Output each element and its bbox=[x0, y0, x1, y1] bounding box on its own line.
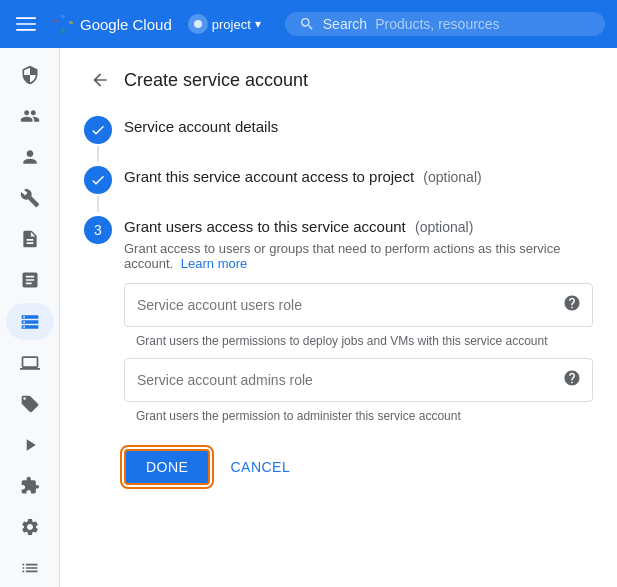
chevron-down-icon: ▾ bbox=[255, 17, 261, 31]
step-1-content: Service account details bbox=[124, 116, 593, 162]
step-2-title: Grant this service account access to pro… bbox=[124, 168, 593, 185]
step-1: Service account details bbox=[84, 116, 593, 162]
sidebar-item-settings[interactable] bbox=[6, 509, 54, 546]
buttons-row: DONE CANCEL bbox=[124, 449, 593, 485]
search-icon bbox=[299, 16, 315, 32]
users-role-help-icon[interactable] bbox=[563, 294, 581, 316]
users-role-wrapper bbox=[124, 283, 593, 327]
step-3-circle: 3 bbox=[84, 216, 112, 244]
step-3-title: Grant users access to this service accou… bbox=[124, 218, 593, 235]
project-selector[interactable]: project ▾ bbox=[188, 14, 261, 34]
svg-point-3 bbox=[194, 20, 202, 28]
sidebar bbox=[0, 48, 60, 587]
project-label: project bbox=[212, 17, 251, 32]
sidebar-item-iam[interactable] bbox=[6, 97, 54, 134]
sidebar-item-storage[interactable] bbox=[6, 303, 54, 340]
done-button[interactable]: DONE bbox=[124, 449, 210, 485]
page-header: Create service account bbox=[84, 64, 593, 96]
sidebar-item-compute[interactable] bbox=[6, 344, 54, 381]
logo-text: Google Cloud bbox=[80, 16, 172, 33]
step-1-line bbox=[97, 146, 99, 162]
sidebar-item-security[interactable] bbox=[6, 56, 54, 93]
step-3-content: Grant users access to this service accou… bbox=[124, 216, 593, 485]
back-button[interactable] bbox=[84, 64, 116, 96]
step-3-description: Grant access to users or groups that nee… bbox=[124, 241, 593, 271]
topbar: Google Cloud project ▾ Search Products, … bbox=[0, 0, 617, 48]
sidebar-item-tools[interactable] bbox=[6, 179, 54, 216]
sidebar-item-logs[interactable] bbox=[6, 221, 54, 258]
svg-rect-1 bbox=[16, 23, 36, 25]
step-1-indicator bbox=[84, 116, 112, 162]
sidebar-item-more[interactable] bbox=[6, 426, 54, 463]
search-label: Search bbox=[323, 16, 367, 32]
step-3-indicator: 3 bbox=[84, 216, 112, 485]
menu-icon[interactable] bbox=[12, 10, 40, 38]
step-3-optional: (optional) bbox=[415, 219, 473, 235]
step-1-title: Service account details bbox=[124, 118, 593, 135]
step-2-line bbox=[97, 196, 99, 212]
project-icon bbox=[188, 14, 208, 34]
step-1-circle bbox=[84, 116, 112, 144]
sidebar-item-account[interactable] bbox=[6, 138, 54, 175]
admins-role-input[interactable] bbox=[124, 358, 593, 402]
step-3: 3 Grant users access to this service acc… bbox=[84, 216, 593, 485]
cancel-button[interactable]: CANCEL bbox=[222, 451, 298, 483]
sidebar-item-extensions[interactable] bbox=[6, 468, 54, 505]
admins-role-help-icon[interactable] bbox=[563, 369, 581, 391]
users-role-input[interactable] bbox=[124, 283, 593, 327]
users-role-hint: Grant users the permissions to deploy jo… bbox=[124, 331, 593, 358]
learn-more-link[interactable]: Learn more bbox=[181, 256, 247, 271]
svg-rect-0 bbox=[16, 17, 36, 19]
google-cloud-logo-icon bbox=[52, 13, 74, 35]
svg-rect-2 bbox=[16, 29, 36, 31]
search-bar[interactable]: Search Products, resources bbox=[285, 12, 605, 36]
google-cloud-logo: Google Cloud bbox=[52, 13, 172, 35]
step-2-indicator bbox=[84, 166, 112, 212]
step-2-optional: (optional) bbox=[423, 169, 481, 185]
sidebar-item-list[interactable] bbox=[6, 550, 54, 587]
sidebar-item-tags[interactable] bbox=[6, 385, 54, 422]
step-2-circle bbox=[84, 166, 112, 194]
admins-role-wrapper bbox=[124, 358, 593, 402]
step-2: Grant this service account access to pro… bbox=[84, 166, 593, 212]
sidebar-item-doc[interactable] bbox=[6, 262, 54, 299]
search-suffix: Products, resources bbox=[375, 16, 500, 32]
admins-role-hint: Grant users the permission to administer… bbox=[124, 406, 593, 433]
page-title: Create service account bbox=[124, 70, 308, 91]
main-content: Create service account Service account d… bbox=[60, 48, 617, 587]
step-2-content: Grant this service account access to pro… bbox=[124, 166, 593, 212]
